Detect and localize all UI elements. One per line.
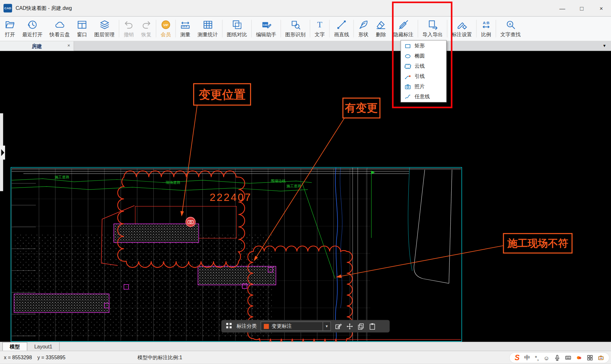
- category-grid-icon: [225, 322, 233, 331]
- toolbar-shape-button[interactable]: 形状: [355, 16, 372, 41]
- toolbar-shape-recognize-button[interactable]: 图形识别: [282, 16, 309, 41]
- skin-icon[interactable]: [576, 355, 582, 361]
- road-lines: [12, 169, 461, 174]
- redo-icon: [141, 19, 151, 30]
- toolbar-recent-button[interactable]: 最近打开: [19, 16, 46, 41]
- left-panel-handle[interactable]: [0, 113, 5, 191]
- microphone-icon[interactable]: [554, 355, 560, 361]
- undo-icon: [123, 19, 134, 30]
- toolbar-redo-button[interactable]: 恢复: [137, 16, 155, 41]
- toolbar-import-export-button[interactable]: 导入导出: [419, 16, 446, 41]
- rectangle-icon: [404, 43, 411, 49]
- annotation-site-mismatch[interactable]: 施工现场不符: [336, 234, 572, 278]
- keyboard-icon[interactable]: [565, 355, 572, 361]
- toolbar-separator: [119, 20, 119, 37]
- toolbar-separator: [354, 20, 354, 37]
- annotation-float-toolbar: 标注分类 变更标注 ▼: [221, 320, 390, 333]
- menu-item-ellipse[interactable]: 椭圆: [401, 51, 446, 61]
- shape-recognize-icon: [290, 19, 301, 30]
- window-title: CAD快速看图 - 房建.dwg: [16, 5, 72, 12]
- svg-text:施工现场不符: 施工现场不符: [507, 237, 568, 249]
- toolbar-separator: [222, 20, 222, 37]
- svg-text:施工道路: 施工道路: [54, 175, 69, 179]
- toolbar-separator: [310, 20, 310, 37]
- toolbar-delete-button[interactable]: 删除: [372, 16, 390, 41]
- menu-item-photo[interactable]: 照片: [401, 81, 446, 92]
- toolbar-edit-assistant-button[interactable]: CAD 编辑助手: [252, 16, 280, 41]
- title-bar: CAD CAD快速看图 - 房建.dwg — □ ×: [0, 0, 611, 16]
- emoji-icon[interactable]: ☺: [544, 354, 550, 361]
- paste-annotation-button[interactable]: [369, 322, 376, 330]
- document-tab-label: 房建: [32, 43, 42, 50]
- ime-punctuation-toggle[interactable]: °,: [535, 354, 539, 361]
- toolbar-annotation-settings-button[interactable]: 标注设置: [448, 16, 475, 41]
- cad-drawing[interactable]: 施工道路 现场道路 围墙边线 施工道路 变更位置: [0, 51, 611, 342]
- move-annotation-button[interactable]: [346, 322, 353, 330]
- toolbar-hide-annotation-button[interactable]: 隐藏标注: [390, 16, 417, 41]
- toolbar-text-search-button[interactable]: A 文字查找: [497, 16, 524, 41]
- toolbar-undo-button[interactable]: 撤销: [120, 16, 137, 41]
- app-window: CAD CAD快速看图 - 房建.dwg — □ × 打开 最近打开 快看云盘 …: [0, 0, 611, 364]
- toolbar-measure-stats-button[interactable]: 测量统计: [194, 16, 221, 41]
- main-toolbar: 打开 最近打开 快看云盘 窗口 图层管理 撤销 恢复 VIP: [0, 16, 611, 41]
- close-button[interactable]: ×: [592, 0, 611, 16]
- toolbar-separator: [476, 20, 476, 37]
- edit-pencil-icon: [335, 322, 342, 330]
- menu-item-freehand-line[interactable]: 任意线: [401, 92, 446, 102]
- cursor-x-coordinate: x = 8553298: [4, 355, 32, 361]
- toolbar-cloud-drive-button[interactable]: 快看云盘: [46, 16, 73, 41]
- toolbar-draw-line-button[interactable]: 画直线: [330, 16, 353, 41]
- photo-camera-icon: [404, 83, 411, 90]
- edit-assistant-icon: CAD: [261, 19, 271, 30]
- edit-annotation-button[interactable]: [335, 322, 342, 330]
- toolbox-icon[interactable]: [598, 355, 604, 361]
- ellipse-icon: [404, 53, 411, 59]
- annotation-scale-info: 模型中的标注比例:1: [137, 354, 182, 361]
- toolbar-measure-button[interactable]: 测量: [177, 16, 194, 41]
- toolbar-separator: [447, 20, 447, 37]
- toolbar-window-button[interactable]: 窗口: [73, 16, 91, 41]
- ime-language-mode[interactable]: 中: [524, 354, 530, 361]
- document-tab-active[interactable]: 房建 ×: [0, 41, 74, 51]
- apps-grid-icon[interactable]: [587, 355, 593, 361]
- menu-item-rectangle[interactable]: 矩形: [401, 41, 446, 51]
- toolbar-layers-button[interactable]: 图层管理: [91, 16, 118, 41]
- svg-text:T: T: [317, 20, 322, 29]
- layers-icon: [99, 19, 110, 30]
- toolbar-open-button[interactable]: 打开: [1, 16, 19, 41]
- draw-line-icon: [336, 19, 347, 30]
- tab-close-icon[interactable]: ×: [67, 43, 70, 48]
- eraser-icon: [376, 19, 386, 30]
- copy-annotation-button[interactable]: [357, 322, 365, 330]
- annotation-number-note[interactable]: 222407: [210, 191, 252, 203]
- status-bar: x = 8553298 y = 3355895 模型中的标注比例:1 S 中 °…: [0, 351, 611, 364]
- tab-list-caret-icon[interactable]: ▼: [602, 44, 606, 48]
- toolbar-separator: [329, 20, 330, 37]
- svg-text:有变更: 有变更: [345, 102, 378, 114]
- maximize-button[interactable]: □: [572, 0, 592, 16]
- menu-item-leader-line[interactable]: 引线: [401, 71, 446, 81]
- drawing-canvas[interactable]: 施工道路 现场道路 围墙边线 施工道路 变更位置: [0, 51, 611, 342]
- svg-text:CAD: CAD: [263, 24, 267, 26]
- cyan-inner-curve: [408, 168, 412, 271]
- toolbar-scale-button[interactable]: A:B 比例: [477, 16, 495, 41]
- toolbar-vip-button[interactable]: VIP 会员: [157, 16, 174, 41]
- menu-item-revision-cloud[interactable]: 云线: [401, 61, 446, 71]
- measure-stats-icon: [202, 19, 213, 30]
- vip-badge-icon: VIP: [160, 19, 171, 30]
- import-export-icon: [427, 19, 438, 30]
- toolbar-text-button[interactable]: T 文字: [311, 16, 328, 41]
- toolbar-separator: [175, 20, 176, 37]
- dropdown-caret-icon[interactable]: ▼: [323, 322, 330, 331]
- layout-tab-model[interactable]: 模型: [2, 342, 27, 351]
- toolbar-drawing-compare-button[interactable]: 图纸对比: [223, 16, 251, 41]
- layout-tab-layout1[interactable]: Layout1: [27, 342, 60, 351]
- paste-clipboard-icon: [369, 322, 376, 330]
- svg-text:A:B: A:B: [483, 21, 489, 25]
- minimize-button[interactable]: —: [552, 0, 572, 16]
- annotation-type-dropdown[interactable]: 变更标注 ▼: [261, 321, 331, 331]
- sogou-logo-icon[interactable]: S: [515, 354, 520, 362]
- cursor-y-coordinate: y = 3355895: [37, 355, 65, 361]
- toolbar-separator: [251, 20, 252, 37]
- photo-marker[interactable]: [186, 217, 195, 226]
